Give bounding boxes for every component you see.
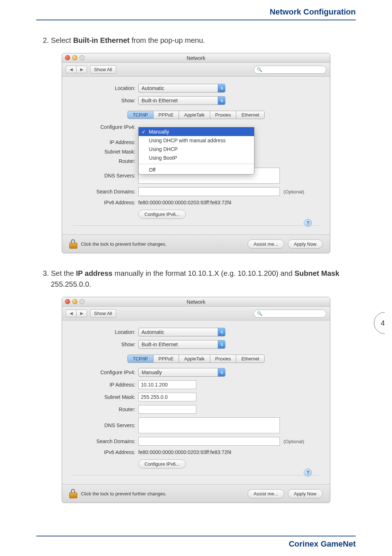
location-dropdown[interactable]: Automatic ⇅ bbox=[138, 84, 225, 93]
optional-label: (Optional) bbox=[283, 439, 304, 444]
tab-pppoe[interactable]: PPPoE bbox=[153, 355, 179, 363]
tab-bar: TCP/IP PPPoE AppleTalk Proxies Ethernet bbox=[73, 111, 319, 119]
chevron-left-icon: ◀ bbox=[70, 311, 73, 316]
dns-servers-label: DNS Servers: bbox=[73, 422, 138, 428]
location-label: Location: bbox=[73, 329, 138, 335]
tab-tcpip[interactable]: TCP/IP bbox=[127, 111, 154, 119]
menu-item-dhcp-manual[interactable]: Using DHCP with manual address bbox=[139, 136, 254, 145]
show-all-button[interactable]: Show All bbox=[90, 309, 116, 318]
tab-appletalk[interactable]: AppleTalk bbox=[179, 111, 210, 119]
help-button[interactable]: ? bbox=[304, 469, 312, 477]
traffic-lights bbox=[65, 299, 85, 304]
network-window-2: Network ◀ ▶ Show All 🔍 Location: Automat… bbox=[62, 297, 330, 503]
configure-ipv6-button[interactable]: Configure IPv6... bbox=[138, 459, 186, 469]
tab-proxies[interactable]: Proxies bbox=[210, 355, 236, 363]
ip-address-input[interactable]: 10.10.1.200 bbox=[138, 380, 196, 389]
dns-servers-label: DNS Servers: bbox=[73, 173, 138, 179]
search-domains-input[interactable] bbox=[138, 187, 280, 196]
zoom-icon[interactable] bbox=[79, 299, 85, 304]
menu-item-dhcp[interactable]: Using DHCP bbox=[139, 145, 254, 154]
close-icon[interactable] bbox=[65, 299, 70, 304]
step-2-num: 2. bbox=[43, 36, 49, 44]
tab-tcpip[interactable]: TCP/IP bbox=[127, 355, 154, 363]
lock-text: Click the lock to prevent further change… bbox=[81, 241, 167, 247]
show-dropdown[interactable]: Built-in Ethernet ⇅ bbox=[138, 96, 225, 105]
search-icon: 🔍 bbox=[257, 311, 262, 316]
configure-ipv4-dropdown[interactable]: Manually ⇅ bbox=[138, 368, 225, 377]
chevron-left-icon: ◀ bbox=[70, 67, 73, 72]
router-label: Router: bbox=[73, 158, 138, 164]
location-dropdown[interactable]: Automatic ⇅ bbox=[138, 328, 225, 336]
show-label: Show: bbox=[73, 98, 138, 103]
ipv6-value: fe80:0000:0000:0000:0203:93ff:fe83:72f4 bbox=[138, 449, 232, 455]
dns-servers-input[interactable] bbox=[138, 417, 280, 433]
ipv6-label: IPv6 Address: bbox=[73, 200, 138, 205]
tab-appletalk[interactable]: AppleTalk bbox=[179, 355, 210, 363]
show-all-button[interactable]: Show All bbox=[90, 65, 116, 74]
dropdown-arrows-icon: ⇅ bbox=[218, 97, 225, 105]
zoom-icon[interactable] bbox=[79, 55, 85, 60]
close-icon[interactable] bbox=[65, 55, 70, 60]
lock-icon[interactable] bbox=[69, 239, 77, 249]
configure-ipv4-value: Manually bbox=[142, 369, 162, 375]
ipv6-label: IPv6 Address: bbox=[73, 449, 138, 455]
assist-me-button[interactable]: Assist me... bbox=[248, 489, 284, 498]
step-3-text: 3. Set the IP address manually in the fo… bbox=[51, 268, 356, 290]
tab-ethernet[interactable]: Ethernet bbox=[236, 355, 265, 363]
step-3-t1: Set the bbox=[51, 269, 76, 277]
search-input[interactable]: 🔍 bbox=[254, 66, 326, 74]
configure-ipv6-button[interactable]: Configure IPv6... bbox=[138, 210, 186, 219]
chevron-right-icon: ▶ bbox=[80, 311, 83, 316]
menu-item-manually[interactable]: Manually bbox=[139, 127, 254, 136]
help-button[interactable]: ? bbox=[304, 219, 312, 227]
router-label: Router: bbox=[73, 406, 138, 412]
lock-icon[interactable] bbox=[69, 489, 77, 498]
step-3-t3: 255.255.0.0. bbox=[51, 280, 91, 288]
window-title: Network bbox=[187, 55, 205, 61]
show-value: Built-in Ethernet bbox=[142, 342, 178, 347]
bottom-bar: Click the lock to prevent further change… bbox=[62, 234, 330, 253]
tab-ethernet[interactable]: Ethernet bbox=[236, 111, 265, 119]
forward-button[interactable]: ▶ bbox=[76, 310, 87, 317]
nav-back-forward: ◀ ▶ bbox=[66, 66, 87, 73]
back-button[interactable]: ◀ bbox=[66, 310, 76, 317]
menu-item-bootp[interactable]: Using BootP bbox=[139, 154, 254, 162]
apply-now-button[interactable]: Apply Now bbox=[288, 240, 323, 249]
step-3-b1: IP address bbox=[76, 269, 113, 277]
page-header: Network Configuration bbox=[36, 7, 356, 20]
traffic-lights bbox=[65, 55, 85, 60]
content-area: Location: Automatic ⇅ Show: Built-in Eth… bbox=[62, 320, 330, 484]
nav-back-forward: ◀ ▶ bbox=[66, 310, 87, 317]
content-area: Location: Automatic ⇅ Show: Built-in Eth… bbox=[62, 77, 330, 234]
lock-text: Click the lock to prevent further change… bbox=[81, 491, 167, 496]
configure-ipv4-menu[interactable]: Manually Using DHCP with manual address … bbox=[138, 127, 254, 175]
toolbar: ◀ ▶ Show All 🔍 bbox=[62, 63, 330, 77]
dropdown-arrows-icon: ⇅ bbox=[218, 340, 225, 348]
subnet-mask-input[interactable]: 255.255.0.0 bbox=[138, 393, 196, 401]
ipv6-value: fe80:0000:0000:0000:0203:93ff:fe83:72f4 bbox=[138, 200, 232, 205]
back-button[interactable]: ◀ bbox=[66, 66, 76, 73]
tab-pppoe[interactable]: PPPoE bbox=[153, 111, 179, 119]
router-input[interactable] bbox=[138, 405, 196, 414]
dropdown-arrows-icon: ⇅ bbox=[218, 328, 225, 336]
toolbar: ◀ ▶ Show All 🔍 bbox=[62, 307, 330, 320]
step-2-text: 2. Select Built-in Ethernet from the pop… bbox=[51, 35, 356, 46]
step-2-prefix: Select bbox=[51, 36, 73, 44]
minimize-icon[interactable] bbox=[72, 55, 77, 60]
apply-now-button[interactable]: Apply Now bbox=[288, 489, 323, 498]
configure-ipv4-label: Configure IPv4: bbox=[73, 369, 138, 375]
forward-button[interactable]: ▶ bbox=[76, 66, 87, 73]
assist-me-button[interactable]: Assist me... bbox=[248, 240, 284, 249]
search-input[interactable]: 🔍 bbox=[254, 310, 326, 318]
show-dropdown[interactable]: Built-in Ethernet ⇅ bbox=[138, 340, 225, 349]
tab-bar: TCP/IP PPPoE AppleTalk Proxies Ethernet bbox=[73, 355, 319, 363]
tcpip-panel: Configure IPv4: Manually Using DHCP with… bbox=[73, 124, 319, 226]
location-value: Automatic bbox=[142, 329, 164, 335]
tcpip-panel: Configure IPv4: Manually ⇅ IP Address: 1… bbox=[73, 368, 319, 475]
dropdown-arrows-icon: ⇅ bbox=[218, 368, 225, 376]
configure-ipv4-label: Configure IPv4: bbox=[73, 124, 138, 130]
tab-proxies[interactable]: Proxies bbox=[210, 111, 236, 119]
minimize-icon[interactable] bbox=[72, 299, 77, 304]
search-domains-input[interactable] bbox=[138, 437, 280, 446]
menu-item-off[interactable]: Off bbox=[139, 164, 254, 174]
